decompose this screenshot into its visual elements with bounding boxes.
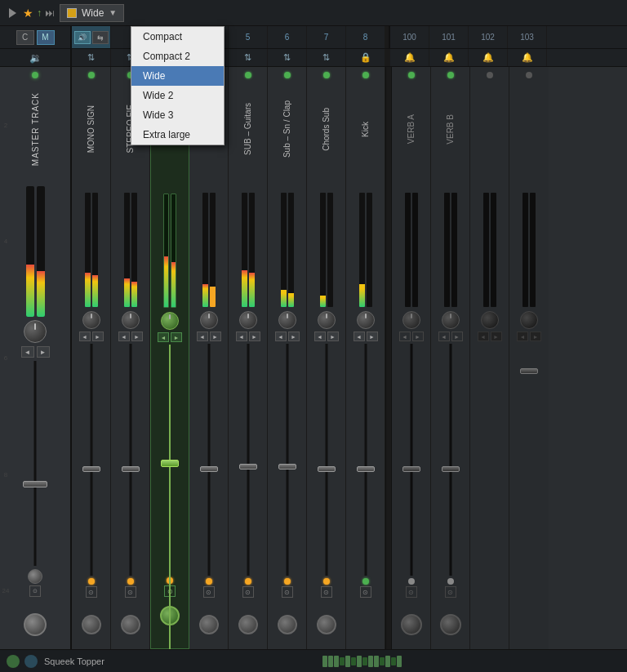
channel-verb-a: VERB A ◄ ► xyxy=(392,67,431,649)
ch7-knob[interactable] xyxy=(318,311,336,329)
up-icon[interactable]: ↑ xyxy=(37,7,42,19)
master-label: MASTER TRACK xyxy=(31,92,40,166)
channels-group: MONO SIGN xyxy=(72,67,627,649)
ch6-route[interactable] xyxy=(278,615,297,634)
ch-header-101[interactable]: 101 xyxy=(429,26,469,48)
dropdown-item-compact2[interactable]: Compact 2 xyxy=(131,47,224,66)
channel-6: Sub – Sn / Clap xyxy=(268,67,307,649)
app-container: ★ ↑ ⏭ Wide ▼ Compact Compact 2 Wide Wide… xyxy=(0,0,627,672)
dropdown-item-wide[interactable]: Wide xyxy=(131,66,224,86)
dropdown-item-xlarge[interactable]: Extra large xyxy=(131,125,224,145)
channel-4: SUB – 2 xyxy=(189,67,229,649)
view-label: Wide xyxy=(82,7,104,19)
skip-icon[interactable]: ⏭ xyxy=(45,7,55,19)
ch-header-8[interactable]: 8 xyxy=(346,26,385,48)
ch7-fader[interactable] xyxy=(318,466,336,472)
channel-header-row: C M 🔊 ⇆ 3 4 5 6 7 8 100 101 xyxy=(0,26,627,49)
channel-2: STEREO FIE xyxy=(111,67,150,649)
ch1-knob[interactable] xyxy=(82,311,100,329)
ch3-knob[interactable] xyxy=(161,312,179,330)
verbb-knob[interactable] xyxy=(442,311,460,329)
view-selector[interactable]: Wide ▼ xyxy=(60,4,124,22)
ch6-knob[interactable] xyxy=(278,311,296,329)
ch5-fader[interactable] xyxy=(239,464,257,470)
channel-3: SUB – 1 xyxy=(150,67,189,649)
master-pan-right[interactable]: ► xyxy=(37,346,50,358)
ch-header-1: 🔊 ⇆ xyxy=(72,26,111,48)
ch4-route[interactable] xyxy=(199,615,219,634)
verba-fader[interactable] xyxy=(402,466,420,472)
verbb-fader[interactable] xyxy=(442,466,460,472)
ch8-fader[interactable] xyxy=(357,466,375,472)
ch5-route[interactable] xyxy=(238,615,258,634)
ch7-route[interactable] xyxy=(317,615,336,634)
channel-8: Kick ◄ ► xyxy=(346,67,385,649)
verba-knob[interactable] xyxy=(402,311,420,329)
m-button[interactable]: M xyxy=(37,30,55,45)
dropdown-item-wide2[interactable]: Wide 2 xyxy=(131,86,224,105)
ch2-knob[interactable] xyxy=(122,311,140,329)
ch4-fader[interactable] xyxy=(200,466,218,472)
mixer-area: C M 🔊 ⇆ 3 4 5 6 7 8 100 101 xyxy=(0,26,627,649)
channel-1: MONO SIGN xyxy=(72,67,111,649)
ch6-fader[interactable] xyxy=(278,464,296,470)
master-send-down[interactable]: 🔉 xyxy=(29,52,42,64)
ch-header-6[interactable]: 6 xyxy=(268,26,307,48)
dropdown-arrow: ▼ xyxy=(109,8,117,17)
ch8-knob[interactable] xyxy=(357,311,375,329)
ch4-knob[interactable] xyxy=(200,311,218,329)
ch-header-103[interactable]: 103 xyxy=(508,26,547,48)
ch-header-7[interactable]: 7 xyxy=(307,26,346,48)
ch3-fader[interactable] xyxy=(161,460,179,467)
ch2-fader[interactable] xyxy=(122,466,140,472)
ch5-knob[interactable] xyxy=(239,311,257,329)
ch-header-5[interactable]: 5 xyxy=(229,26,268,48)
verbb-route[interactable] xyxy=(440,614,461,635)
channel-103: ◄ ► xyxy=(509,67,549,649)
master-strip: 2 4 6 8 24 MASTER TRACK xyxy=(0,67,72,649)
master-send-knob-1[interactable] xyxy=(28,569,42,584)
play-button[interactable] xyxy=(5,6,20,20)
send-icons-row: 🔉 ⇅ ⇅ ⇅ ⇅ ⇅ ⇅ xyxy=(0,49,627,67)
dropdown-item-wide3[interactable]: Wide 3 xyxy=(131,105,224,125)
ch1-fader[interactable] xyxy=(82,466,100,472)
status-bar: Squeek Topper xyxy=(0,649,627,672)
ch1-route[interactable] xyxy=(82,615,101,634)
verba-route[interactable] xyxy=(401,614,422,635)
ch-header-102[interactable]: 102 xyxy=(469,26,508,48)
master-pan-left[interactable]: ◄ xyxy=(21,346,34,358)
channel-7: Chords Sub ◄ ► xyxy=(307,67,346,649)
ch-header-100[interactable]: 100 xyxy=(390,26,429,48)
master-route-knob[interactable] xyxy=(24,613,47,636)
ch2-route[interactable] xyxy=(121,615,140,634)
channel-5: SUB – Guitars xyxy=(229,67,268,649)
channel-102: ◄ ► xyxy=(470,67,509,649)
c-button[interactable]: C xyxy=(16,30,34,45)
channel-verb-b: VERB B ◄ ► xyxy=(431,67,470,649)
master-send-icon[interactable]: ⊙ xyxy=(29,585,41,597)
dropdown-item-compact[interactable]: Compact xyxy=(131,27,224,47)
master-header: C M xyxy=(0,26,72,48)
channel-strips-area: 2 4 6 8 24 MASTER TRACK xyxy=(0,67,627,649)
master-knob[interactable] xyxy=(24,320,47,343)
master-fader[interactable] xyxy=(23,481,47,487)
toolbar: ★ ↑ ⏭ Wide ▼ xyxy=(0,0,627,26)
dropdown-menu: Compact Compact 2 Wide Wide 2 Wide 3 Ext… xyxy=(131,26,225,145)
star-icon[interactable]: ★ xyxy=(23,7,33,20)
ch103-fader[interactable] xyxy=(520,368,538,374)
status-text: Squeek Topper xyxy=(44,656,104,666)
